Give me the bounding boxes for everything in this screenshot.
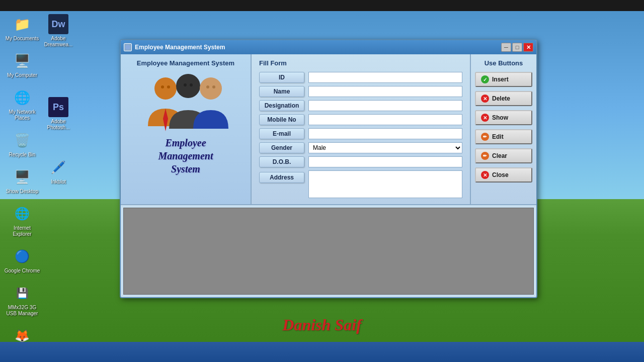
desktop-icon-network[interactable]: 🌐 My Network Places (4, 87, 40, 121)
delete-icon: ✕ (481, 95, 489, 103)
desktop-icon-img: 🖥️ (12, 167, 32, 187)
input-mobile[interactable] (308, 114, 462, 125)
svg-point-9 (206, 85, 209, 88)
show-button[interactable]: ✕ Show (475, 110, 532, 125)
label-designation: Designation (259, 100, 304, 111)
svg-point-1 (154, 77, 177, 100)
window-content: Employee Management System (121, 54, 536, 297)
form-row-gender: Gender Male Female (259, 142, 462, 153)
watermark-text: Danish Saif (282, 316, 361, 334)
insert-label: Insert (492, 76, 509, 83)
form-panel: Fill Form ID Name Designation (252, 54, 471, 204)
desktop-icons-column2: Dw Adobe Dreamwea... Ps Adobe Photosh...… (40, 14, 76, 185)
desktop-icon-ie[interactable]: 🌐 Internet Explorer (4, 204, 40, 237)
form-row-dob: D.O.B. (259, 156, 462, 167)
form-row-designation: Designation (259, 100, 462, 111)
label-address: Address (259, 172, 304, 183)
insert-button[interactable]: ✓ Insert (475, 72, 532, 87)
desktop-icon-label: Recycle Bin (9, 152, 36, 158)
minimize-button[interactable]: ─ (501, 43, 511, 52)
desktop-icon-label: My Computer (7, 72, 37, 78)
taskbar (0, 342, 644, 362)
buttons-panel: Use Buttons ✓ Insert ✕ Delete ✕ Show (471, 54, 536, 204)
desktop-icon-label: Internet Explorer (4, 225, 40, 237)
svg-point-0 (125, 45, 130, 50)
desktop-icon-label: Inkblot (51, 179, 65, 185)
desktop-icon-usb[interactable]: 💾 MMx32G 3G USB Manager (4, 283, 40, 317)
desktop-icon-recycle[interactable]: 🗑️ Recycle Bin (4, 130, 40, 158)
desktop-icon-ps[interactable]: Ps Adobe Photosh... (40, 97, 76, 131)
ie-icon: 🌐 (12, 204, 32, 224)
label-mobile: Mobile No (259, 114, 304, 125)
close-app-button[interactable]: ✕ Close (475, 167, 532, 183)
label-id: ID (259, 72, 304, 83)
desktop: 📁 My Documents 🖥️ My Computer 🌐 My Netwo… (0, 0, 644, 362)
recycle-icon: 🗑️ (12, 130, 32, 150)
chrome-icon: 🔵 (12, 246, 32, 266)
computer-icon: 🖥️ (12, 51, 32, 71)
usb-icon: 💾 (12, 283, 32, 303)
show-label: Show (492, 114, 508, 121)
desktop-icon-label: My Documents (6, 36, 39, 42)
edit-button[interactable]: ✏ Edit (475, 129, 532, 144)
label-gender: Gender (259, 142, 304, 153)
desktop-icon-mydocs[interactable]: 📁 My Documents (4, 14, 40, 42)
maximize-button[interactable]: □ (512, 43, 522, 52)
top-taskbar (0, 0, 644, 11)
desktop-icons-column1: 📁 My Documents 🖥️ My Computer 🌐 My Netwo… (4, 14, 40, 353)
input-dob[interactable] (308, 156, 462, 167)
desktop-icon-label: Adobe Photosh... (40, 119, 76, 131)
svg-point-7 (184, 83, 187, 86)
desktop-icon-label: Show Desktop (6, 189, 38, 195)
select-gender[interactable]: Male Female (308, 142, 462, 153)
input-name[interactable] (308, 86, 462, 97)
folder-icon: 📁 (12, 14, 32, 34)
top-section: Employee Management System (121, 54, 536, 205)
ps-icon: Ps (48, 97, 68, 117)
label-email: E-mail (259, 128, 304, 139)
clear-button[interactable]: ✏ Clear (475, 148, 532, 163)
inkblot-icon: 🖊️ (48, 157, 68, 177)
title-bar: Employee Management System ─ □ ✕ (121, 40, 536, 54)
buttons-section-title: Use Buttons (475, 59, 532, 67)
svg-point-4 (200, 77, 222, 100)
label-dob: D.O.B. (259, 156, 304, 167)
form-section-title: Fill Form (259, 59, 462, 67)
window-controls: ─ □ ✕ (501, 43, 533, 52)
input-email[interactable] (308, 128, 462, 139)
textarea-address[interactable] (308, 170, 462, 198)
close-app-icon: ✕ (481, 171, 489, 179)
form-row-address: Address (259, 170, 462, 198)
delete-button[interactable]: ✕ Delete (475, 91, 532, 106)
form-row-id: ID (259, 72, 462, 83)
form-row-mobile: Mobile No (259, 114, 462, 125)
app-icon (124, 43, 132, 51)
desktop-icon-label: MMx32G 3G USB Manager (4, 305, 40, 317)
clear-icon: ✏ (481, 152, 489, 160)
label-name: Name (259, 86, 304, 97)
show-icon: ✕ (481, 114, 489, 122)
form-row-name: Name (259, 86, 462, 97)
desktop-icon-label: Google Chrome (5, 268, 40, 274)
close-button[interactable]: ✕ (523, 43, 533, 52)
desktop-icon-inkblot[interactable]: 🖊️ Inkblot (40, 157, 76, 185)
input-designation[interactable] (308, 100, 462, 111)
desktop-icon-dw[interactable]: Dw Adobe Dreamwea... (40, 14, 76, 48)
desktop-icon-label: Adobe Dreamwea... (40, 36, 76, 48)
left-panel: Employee Management System (121, 54, 252, 204)
system-branding-title: Employee Management System (158, 136, 213, 175)
desktop-icon-mycomputer[interactable]: 🖥️ My Computer (4, 51, 40, 78)
svg-point-5 (161, 85, 164, 88)
app-window: Employee Management System ─ □ ✕ Employe… (120, 39, 537, 298)
input-id[interactable] (308, 72, 462, 83)
avatar-group (143, 71, 228, 136)
network-icon: 🌐 (12, 87, 32, 108)
svg-point-8 (190, 83, 193, 86)
insert-icon: ✓ (481, 75, 489, 83)
delete-label: Delete (492, 95, 510, 102)
desktop-icon-label: My Network Places (4, 109, 40, 121)
svg-point-10 (212, 85, 215, 88)
desktop-icon-chrome[interactable]: 🔵 Google Chrome (4, 246, 40, 274)
data-grid-area (123, 208, 534, 295)
desktop-icon-showdesktop[interactable]: 🖥️ Show Desktop (4, 167, 40, 195)
